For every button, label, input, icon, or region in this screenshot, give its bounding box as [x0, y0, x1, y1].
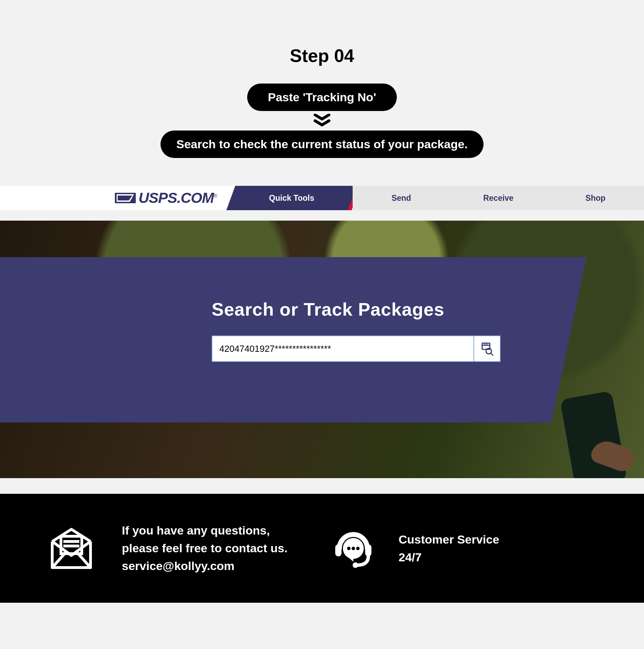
usps-eagle-icon — [115, 191, 136, 205]
search-title: Search or Track Packages — [212, 299, 575, 320]
contact-footer: If you have any questions, please feel f… — [0, 494, 644, 603]
instruction-pill-2: Search to check the current status of yo… — [160, 130, 483, 158]
svg-point-6 — [353, 562, 358, 568]
tracking-input[interactable] — [212, 336, 473, 361]
hero: Search or Track Packages — [0, 221, 644, 478]
svg-point-9 — [352, 547, 355, 550]
service-text: Customer Service 24/7 — [399, 531, 499, 566]
nav-quick-tools[interactable]: Quick Tools — [227, 186, 357, 210]
contact-text: If you have any questions, please feel f… — [122, 522, 288, 575]
usps-navbar: USPS.COM® Quick Tools Send Receive Shop — [0, 186, 644, 210]
background-hand-phone — [540, 402, 644, 478]
service-line2: 24/7 — [399, 548, 499, 566]
instruction-pill-1: Paste 'Tracking No' — [247, 84, 397, 111]
usps-logo[interactable]: USPS.COM® — [108, 186, 224, 210]
contact-line1: If you have any questions, — [122, 522, 288, 539]
contact-email: service@kollyy.com — [122, 557, 288, 575]
chevron-down-icon — [0, 114, 644, 128]
step-instructions: Step 04 Paste 'Tracking No' Search to ch… — [0, 0, 644, 186]
svg-rect-5 — [365, 544, 371, 556]
package-search-icon — [480, 342, 494, 356]
nav-items: Quick Tools Send Receive Shop — [224, 186, 644, 210]
svg-point-10 — [356, 547, 360, 550]
tracking-search-box — [212, 335, 501, 362]
svg-point-8 — [347, 547, 351, 550]
usps-logo-text: USPS.COM® — [139, 190, 217, 206]
contact-line2: please feel free to contact us. — [122, 539, 288, 557]
nav-receive[interactable]: Receive — [450, 186, 547, 210]
mail-icon — [45, 526, 97, 571]
search-panel: Search or Track Packages — [0, 257, 587, 422]
service-line1: Customer Service — [399, 531, 499, 548]
svg-rect-4 — [335, 544, 341, 556]
step-title: Step 04 — [0, 45, 644, 66]
headset-chat-icon — [329, 524, 378, 573]
nav-shop[interactable]: Shop — [547, 186, 644, 210]
nav-send[interactable]: Send — [353, 186, 450, 210]
track-button[interactable] — [473, 336, 500, 361]
